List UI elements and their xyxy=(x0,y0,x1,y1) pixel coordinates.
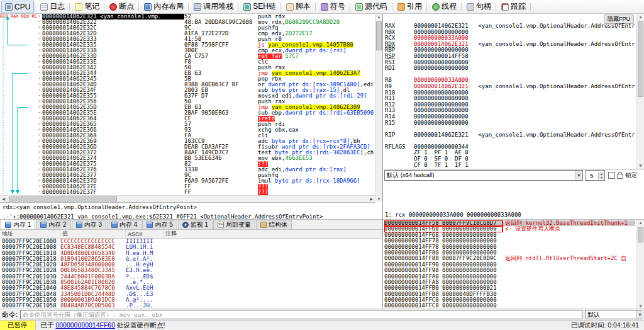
register-value[interactable]: 0000000000000000 xyxy=(414,120,475,127)
bottom-tab[interactable]: 内存 1 xyxy=(1,219,35,229)
stack-row[interactable]: 000000000014FFB8 00000040DFFFFB30 xyxy=(384,292,635,297)
scrollbar-thumb[interactable] xyxy=(638,21,643,97)
disasm-address[interactable]: 000000014062E368 xyxy=(42,133,184,139)
disasm-row[interactable]: 000000014062E32D 81FA 172E272D cmp edx,2… xyxy=(0,31,375,37)
scroll-right-arrow-icon[interactable]: ▶ xyxy=(368,196,375,202)
dump-row[interactable]: 00007FF9C20E1038 8500162A01E80020 .è.*..… xyxy=(0,280,382,285)
toolbar-tab[interactable]: 线程 xyxy=(428,1,460,13)
disasm-address[interactable]: 000000014062E33E xyxy=(42,59,184,65)
register-row[interactable]: R13 0000000000000000 xyxy=(385,108,635,114)
toolbar-tab[interactable]: 跟踪 xyxy=(497,1,530,13)
stack-row[interactable]: 000000000014FF68 0000000000000000 xyxy=(384,232,635,238)
disasm-row[interactable]: 000000014062E33B 3B0E cmp ecx,dword ptr … xyxy=(0,48,375,54)
disasm-row[interactable]: 000000014062E375 82 ??? xyxy=(0,161,375,167)
breakpoint-gutter-dot[interactable] xyxy=(36,59,42,65)
register-row[interactable] xyxy=(385,72,635,78)
register-value[interactable]: 0000000000000000 xyxy=(414,30,475,36)
command-input[interactable] xyxy=(20,310,582,319)
register-value[interactable]: ZF 1 PF 1 AF 0 xyxy=(414,150,475,156)
stack-scrollbar[interactable]: ▲ ▼ xyxy=(636,220,644,309)
scroll-up-arrow-icon[interactable]: ▲ xyxy=(637,220,644,226)
breakpoint-gutter-dot[interactable] xyxy=(36,167,42,173)
disasm-row[interactable]: RIP RAX RDX R9 000000014062E321 <yan_con… xyxy=(0,14,375,20)
register-row[interactable]: RCX 000000000033A000 xyxy=(385,35,635,42)
register-value[interactable] xyxy=(414,126,475,132)
breakpoint-gutter-dot[interactable] xyxy=(36,178,42,184)
scroll-up-arrow-icon[interactable]: ▲ xyxy=(637,14,644,20)
register-row[interactable]: RFLAGS 0000000000000344 xyxy=(385,144,635,151)
stack-row[interactable]: 000000000014FF88 00007FF9C20E8D9C 返回到 nt… xyxy=(384,256,635,261)
bottom-tab[interactable]: 内存 4 xyxy=(107,220,142,229)
toolbar-tab[interactable]: 句柄 xyxy=(463,1,495,13)
scroll-down-arrow-icon[interactable]: ▼ xyxy=(637,162,644,169)
breakpoint-gutter-dot[interactable] xyxy=(36,65,42,71)
disasm-row[interactable]: 000000014062E356 50 push rax xyxy=(0,99,375,105)
disasm-address[interactable]: 000000014062E377 xyxy=(42,173,184,178)
register-value[interactable]: 0000000000000000 xyxy=(414,60,475,66)
dump-row[interactable]: 00007FF9C20E1008 EC8348EC8B48554C LUH.ìH… xyxy=(0,244,382,250)
breakpoint-gutter-dot[interactable] xyxy=(36,25,42,31)
dump-row[interactable]: 00007FF9C20E1010 4D8D4800E0658348 H.eà.H… xyxy=(0,251,382,256)
disasm-address[interactable]: 000000014062E366 xyxy=(42,127,184,133)
stack-row[interactable]: 000000000014FFB0 0000000000000021 xyxy=(384,285,635,291)
disasm-address[interactable]: 000000014062E364 xyxy=(42,116,184,122)
calling-convention-select[interactable]: 默认 (x64 fastcall) ▼ xyxy=(384,170,583,181)
status-breakpoint-address-link[interactable]: 000000000014FF60 xyxy=(55,321,115,329)
register-value[interactable]: 000000014062E321 xyxy=(414,84,475,90)
scrollbar-thumb[interactable] xyxy=(638,227,643,242)
dump-row[interactable]: 00007FF9C20E1028 00E86583480C3345 E3.H.e… xyxy=(0,268,382,273)
toolbar-tab[interactable]: 内存布局 xyxy=(140,1,187,13)
breakpoint-gutter-dot[interactable] xyxy=(36,71,42,76)
dump-row[interactable]: 00007FF9C20E1048 3345001D0C24448D .D$...… xyxy=(0,292,382,297)
breakpoint-gutter-dot[interactable] xyxy=(36,20,42,25)
disasm-row[interactable]: 000000014062E368 FA cli xyxy=(0,133,375,139)
disasm-row[interactable]: 000000014062E335 0F88 7598FCFF js yan_co… xyxy=(0,42,375,48)
disasm-address[interactable]: 000000014062E372 xyxy=(42,150,184,156)
dump-row[interactable]: 00007FF9C20E1018 01B94100286583E8 è.e(.A… xyxy=(0,256,382,262)
disasm-address[interactable]: 000000014062E36D xyxy=(42,144,184,150)
register-row[interactable] xyxy=(385,126,635,132)
breakpoint-gutter-dot[interactable] xyxy=(36,82,42,88)
disasm-row[interactable]: 000000014062E345 5B pop rbx xyxy=(0,76,375,82)
breakpoint-gutter-dot[interactable] xyxy=(36,184,42,190)
register-row[interactable]: R15 0000000000000000 xyxy=(385,120,635,127)
register-row[interactable]: RBP 0000000000000000 xyxy=(385,47,635,54)
checkbox-icon[interactable] xyxy=(608,172,615,179)
register-row[interactable]: RDI 0000000000000000 xyxy=(385,65,635,72)
dump-row[interactable]: 00007FF9C20E1000 CCCCCCCCCCCCCCCC ÌÌÌÌÌÌ… xyxy=(0,239,382,244)
register-row[interactable]: RSP 000000000014FF58 xyxy=(385,54,635,60)
disasm-row[interactable]: 000000014062E333 41:50 push r8 xyxy=(0,37,375,42)
toolbar-tab[interactable]: 引用 xyxy=(394,1,426,13)
registers-scrollbar[interactable]: ▲ ▼ xyxy=(636,14,644,169)
breakpoint-gutter-dot[interactable] xyxy=(36,150,42,156)
disasm-address[interactable]: 000000014062E342 xyxy=(42,65,184,71)
breakpoint-gutter-dot[interactable] xyxy=(36,122,42,127)
disasm-address[interactable]: 000000014062E369 xyxy=(42,139,184,144)
dump-header-comment[interactable]: 注释 xyxy=(164,230,382,238)
breakpoint-gutter-dot[interactable] xyxy=(36,76,42,82)
register-row[interactable]: RIP 000000014062E321 <yan_console1.vmp.O… xyxy=(385,132,635,139)
toolbar-tab[interactable]: 日志 xyxy=(36,1,69,13)
disasm-vertical-scrollbar[interactable]: ▲ ▼ xyxy=(375,14,382,202)
argument-row[interactable]: 1: rcx 000000000033A000 000000000033A000 xyxy=(385,212,642,219)
dump-header-address[interactable]: 地址 xyxy=(0,230,60,238)
breakpoint-gutter-dot[interactable] xyxy=(36,161,42,167)
toolbar-tab[interactable]: 笔记 xyxy=(71,1,103,13)
disasm-row[interactable]: 000000014062E364 CF iretd xyxy=(0,116,375,122)
disasm-row[interactable]: 000000014062E369 103CC9 adc byte ptr ds:… xyxy=(0,139,375,144)
stack-row[interactable]: 000000000014FFC0 0000000000000000 xyxy=(384,297,635,303)
scroll-left-arrow-icon[interactable]: ◀ xyxy=(0,196,7,202)
disasm-row[interactable]: 000000014062E32C 9C pushfq xyxy=(0,25,375,31)
register-row[interactable]: RDX 000000014062E321 <yan_console1.vmp.O… xyxy=(385,42,635,48)
register-row[interactable] xyxy=(385,138,635,144)
bottom-tab[interactable]: 内存 5 xyxy=(142,220,177,229)
breakpoint-gutter-dot[interactable] xyxy=(36,156,42,161)
disasm-row[interactable]: 000000014062E34F 2803 EB sub byte ptr ds… xyxy=(0,88,375,93)
register-value[interactable] xyxy=(414,72,475,78)
register-row[interactable]: R8 000000000033A000 xyxy=(385,77,635,84)
argument-count-stepper[interactable]: 5 ▲▼ xyxy=(585,170,605,181)
breakpoint-gutter-dot[interactable] xyxy=(36,37,42,42)
disasm-horizontal-scrollbar[interactable]: ◀ ▶ xyxy=(0,195,375,202)
dump-header-ascii[interactable]: ASCII xyxy=(126,230,164,238)
register-value[interactable]: 0000000000000000 xyxy=(414,47,475,54)
